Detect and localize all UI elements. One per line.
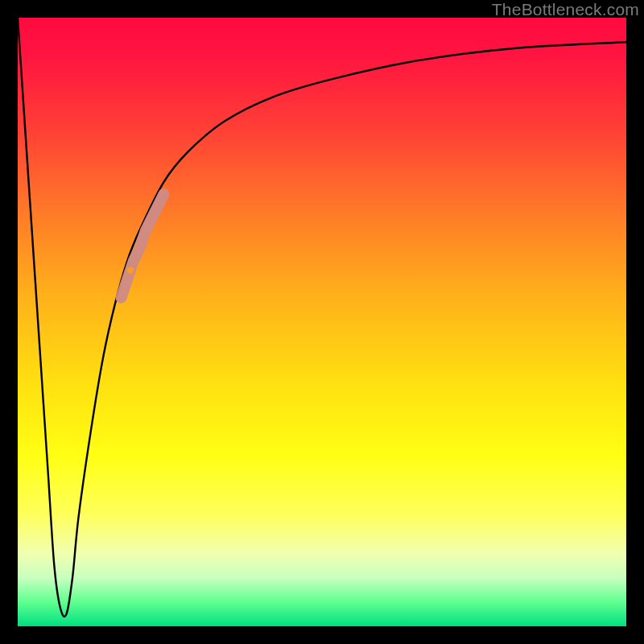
bottleneck-curve xyxy=(18,18,626,617)
highlight-segment xyxy=(122,194,164,298)
highlight-stroke xyxy=(122,194,164,298)
watermark-text: TheBottleneck.com xyxy=(492,0,639,19)
chart-frame: TheBottleneck.com xyxy=(0,0,644,644)
highlight-gap xyxy=(127,267,134,274)
chart-svg xyxy=(18,18,626,626)
plot-area xyxy=(18,18,626,626)
